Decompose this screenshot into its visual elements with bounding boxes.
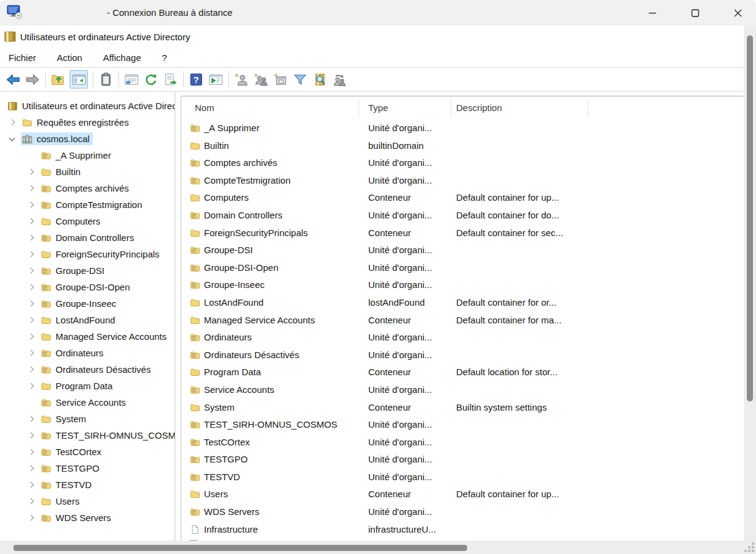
rdp-horizontal-scrollbar[interactable] xyxy=(0,541,756,554)
expander-icon[interactable] xyxy=(7,118,17,128)
expander-icon[interactable] xyxy=(26,184,36,193)
tree-item[interactable]: Requêtes enregistrées xyxy=(0,114,175,131)
list-view-button[interactable] xyxy=(123,71,139,87)
list-row[interactable]: Managed Service Accounts Conteneur Defau… xyxy=(181,312,744,329)
list-row[interactable]: LostAndFound lostAndFound Default contai… xyxy=(181,294,744,312)
tree-item[interactable]: Groupe-DSI xyxy=(0,262,175,279)
list-row[interactable]: Groupe-Inseec Unité d'organi... xyxy=(181,276,744,294)
new-user-button[interactable] xyxy=(233,71,249,87)
tree-item[interactable]: Service Accounts xyxy=(0,394,175,411)
expander-icon[interactable] xyxy=(26,348,36,358)
tree-item[interactable]: CompteTestmigration xyxy=(0,196,175,213)
menu-affichage[interactable]: Affichage xyxy=(96,48,148,67)
list-row[interactable]: Comptes archivés Unité d'organi... xyxy=(181,154,744,172)
column-header-type[interactable]: Type xyxy=(368,96,388,120)
expander-icon[interactable] xyxy=(26,398,36,408)
list-row[interactable]: Groupe-DSI Unité d'organi... xyxy=(181,242,744,259)
minimize-button[interactable] xyxy=(638,0,666,26)
expander-icon[interactable] xyxy=(26,480,36,490)
show-hide-console-tree-button[interactable] xyxy=(70,70,88,88)
expander-icon[interactable] xyxy=(26,365,36,375)
list-row[interactable]: WDS Servers Unité d'organi... xyxy=(181,503,744,521)
list-row[interactable]: TestCOrtex Unité d'organi... xyxy=(181,434,744,451)
expander-icon[interactable] xyxy=(26,299,36,309)
expander-icon[interactable] xyxy=(26,200,36,210)
list-row[interactable]: Service Accounts Unité d'organi... xyxy=(181,381,744,399)
expander-icon[interactable] xyxy=(26,513,36,523)
list-row[interactable]: Groupe-DSI-Open Unité d'organi... xyxy=(181,259,744,277)
tree-item[interactable]: LostAndFound xyxy=(0,312,175,328)
tree-item[interactable]: Program Data xyxy=(0,378,175,394)
list-row[interactable]: TESTVD Unité d'organi... xyxy=(181,469,744,486)
change-domain-button[interactable] xyxy=(331,71,347,87)
column-header-description[interactable]: Description xyxy=(456,96,502,120)
menu-fichier[interactable]: Fichier xyxy=(2,48,43,67)
column-header-nom[interactable]: Nom xyxy=(195,96,214,120)
properties-button[interactable] xyxy=(98,71,114,87)
tree-item[interactable]: _A Supprimer xyxy=(0,147,175,164)
expander-icon[interactable] xyxy=(26,266,36,276)
tree-item[interactable]: TESTGPO xyxy=(0,460,175,477)
list-row[interactable]: Users Conteneur Default container for up… xyxy=(181,486,744,503)
expander-icon[interactable] xyxy=(26,250,36,259)
tree-item[interactable]: WDS Servers xyxy=(0,509,175,526)
expander-icon[interactable] xyxy=(26,497,36,506)
menu-action[interactable]: Action xyxy=(50,48,89,67)
column-separator[interactable] xyxy=(358,99,359,117)
expander-icon[interactable] xyxy=(26,151,36,160)
tree-item[interactable]: TestCOrtex xyxy=(0,444,175,460)
new-organizational-unit-button[interactable] xyxy=(272,71,288,87)
expander-icon[interactable] xyxy=(26,414,36,424)
column-separator[interactable] xyxy=(587,99,588,117)
tree-item[interactable]: Utilisateurs et ordinateurs Active Direc… xyxy=(0,98,175,114)
tree-item[interactable]: Users xyxy=(0,493,175,509)
expander-icon[interactable] xyxy=(26,167,36,177)
column-separator[interactable] xyxy=(451,99,451,117)
rdp-vertical-scrollbar[interactable] xyxy=(744,26,756,541)
tree-item[interactable]: Groupe-Inseec xyxy=(0,295,175,312)
export-list-button[interactable] xyxy=(162,71,178,87)
tree-item[interactable]: System xyxy=(0,411,175,427)
expander-icon[interactable] xyxy=(26,233,36,243)
expander-icon[interactable] xyxy=(7,134,17,144)
maximize-button[interactable] xyxy=(681,0,709,26)
list-row[interactable]: System Conteneur Builtin system settings xyxy=(181,399,744,417)
list-row[interactable]: _A Supprimer Unité d'organi... xyxy=(181,120,744,137)
expander-icon[interactable] xyxy=(26,464,36,473)
new-window-button[interactable] xyxy=(208,71,224,87)
filter-button[interactable] xyxy=(292,71,308,87)
tree-item[interactable]: Ordinateurs xyxy=(0,345,175,361)
tree-item[interactable]: TESTVD xyxy=(0,477,175,493)
list-row[interactable]: Domain Controllers Unité d'organi... Def… xyxy=(181,207,744,225)
tree-item[interactable]: cosmos.local xyxy=(0,131,175,147)
expander-icon[interactable] xyxy=(26,447,36,457)
list-row[interactable]: CompteTestmigration Unité d'organi... xyxy=(181,172,744,190)
up-one-level-button[interactable] xyxy=(50,71,66,87)
list-row[interactable]: Computers Conteneur Default container fo… xyxy=(181,189,744,207)
list-row[interactable]: Ordinateurs Désactivés Unité d'organi... xyxy=(181,347,744,364)
list-row[interactable]: Program Data Conteneur Default location … xyxy=(181,364,744,381)
refresh-button[interactable] xyxy=(143,71,159,87)
rdp-titlebar[interactable]: - Connexion Bureau à distance xyxy=(0,0,756,26)
tree-item[interactable]: ForeignSecurityPrincipals xyxy=(0,246,175,262)
tree-item[interactable]: Builtin xyxy=(0,164,175,180)
tree-item[interactable]: Ordinateurs Désactivés xyxy=(0,361,175,378)
list-row[interactable]: TEST_SIRH-OMNUS_COSMOS Unité d'organi... xyxy=(181,416,744,434)
tree-item[interactable]: Managed Service Accounts xyxy=(0,328,175,345)
tree-item[interactable]: Comptes archivés xyxy=(0,180,175,196)
list-row[interactable]: Ordinateurs Unité d'organi... xyxy=(181,329,744,347)
tree-item[interactable]: Domain Controllers xyxy=(0,229,175,246)
tree-item[interactable]: Groupe-DSI-Open xyxy=(0,279,175,295)
rdp-horizontal-scrollbar-thumb[interactable] xyxy=(13,545,467,551)
rdp-vertical-scrollbar-thumb[interactable] xyxy=(747,35,753,401)
menu-help[interactable]: ? xyxy=(155,48,173,67)
expander-icon[interactable] xyxy=(26,282,36,292)
help-button[interactable]: ? xyxy=(188,71,204,87)
list-row[interactable]: Infrastructure infrastructureU... xyxy=(181,521,744,539)
list-row[interactable]: Builtin builtinDomain xyxy=(181,137,744,155)
expander-icon[interactable] xyxy=(26,217,36,226)
back-button[interactable] xyxy=(5,71,21,87)
list-row[interactable]: TESTGPO Unité d'organi... xyxy=(181,451,744,469)
new-group-button[interactable] xyxy=(253,71,269,87)
expander-icon[interactable] xyxy=(26,315,36,325)
